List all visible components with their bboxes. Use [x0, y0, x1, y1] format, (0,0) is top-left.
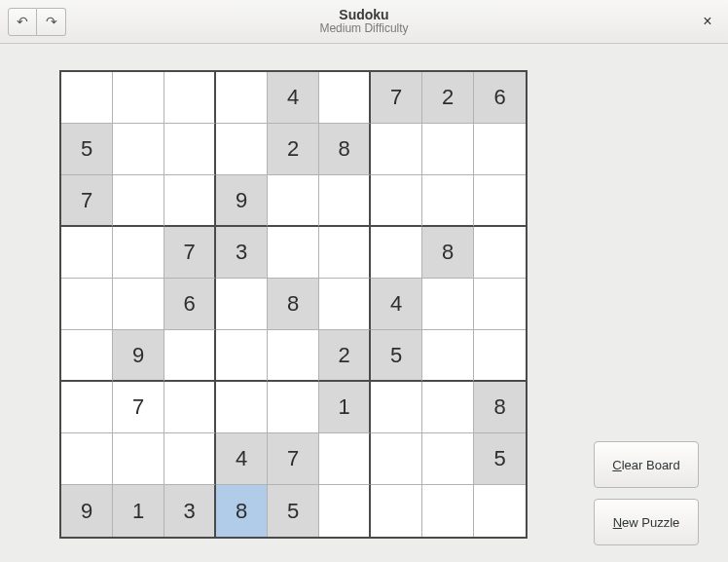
new-puzzle-button[interactable]: New Puzzle — [594, 499, 699, 545]
input-cell[interactable] — [113, 227, 164, 279]
clear-board-label: Clear Board — [612, 458, 679, 472]
input-cell[interactable] — [319, 175, 371, 227]
undo-icon: ↶ — [17, 14, 28, 29]
given-cell: 7 — [61, 175, 113, 227]
given-cell: 3 — [164, 485, 216, 537]
input-cell[interactable] — [371, 227, 422, 279]
input-cell[interactable] — [61, 227, 113, 279]
content-area: 47265287973868492571847591385 Clear Boar… — [0, 44, 728, 562]
input-cell[interactable] — [61, 330, 113, 382]
given-cell: 5 — [268, 485, 319, 537]
given-cell: 2 — [422, 72, 474, 124]
given-cell: 1 — [319, 382, 371, 433]
app-title: Sudoku — [0, 8, 728, 22]
input-cell[interactable] — [371, 382, 422, 433]
given-cell: 3 — [216, 227, 268, 279]
input-cell[interactable] — [164, 124, 216, 175]
input-cell[interactable] — [216, 382, 268, 433]
input-cell[interactable] — [216, 279, 268, 330]
given-cell: 5 — [371, 330, 422, 382]
input-cell[interactable] — [113, 279, 164, 330]
input-cell[interactable] — [216, 330, 268, 382]
given-cell: 9 — [216, 175, 268, 227]
input-cell[interactable] — [422, 382, 474, 433]
input-cell[interactable] — [371, 485, 422, 537]
new-puzzle-label: New Puzzle — [613, 515, 680, 530]
given-cell: 4 — [268, 72, 319, 124]
header-bar: ↶ ↷ Sudoku Medium Difficulty × — [0, 0, 728, 44]
given-cell: 5 — [61, 124, 113, 175]
input-cell[interactable] — [422, 485, 474, 537]
input-cell[interactable] — [61, 433, 113, 485]
undo-button[interactable]: ↶ — [8, 8, 37, 36]
input-cell[interactable] — [474, 279, 526, 330]
input-cell[interactable] — [61, 72, 113, 124]
given-cell: 7 — [164, 227, 216, 279]
input-cell[interactable] — [61, 382, 113, 433]
input-cell[interactable] — [319, 72, 371, 124]
input-cell[interactable] — [61, 279, 113, 330]
given-cell: 4 — [216, 433, 268, 485]
input-cell[interactable] — [113, 433, 164, 485]
given-cell: 8 — [319, 124, 371, 175]
input-cell[interactable] — [474, 124, 526, 175]
board-container: 47265287973868492571847591385 — [59, 70, 528, 539]
input-cell[interactable] — [371, 175, 422, 227]
given-cell: 2 — [319, 330, 371, 382]
input-cell[interactable] — [474, 227, 526, 279]
input-cell[interactable] — [113, 175, 164, 227]
input-cell[interactable] — [319, 279, 371, 330]
input-cell[interactable] — [164, 330, 216, 382]
given-cell: 7 — [268, 433, 319, 485]
given-cell: 8 — [268, 279, 319, 330]
input-cell[interactable] — [371, 433, 422, 485]
input-cell[interactable] — [422, 175, 474, 227]
redo-icon: ↷ — [46, 14, 57, 29]
input-cell[interactable] — [268, 330, 319, 382]
input-cell[interactable] — [164, 433, 216, 485]
input-cell[interactable] — [474, 485, 526, 537]
input-cell[interactable] — [216, 72, 268, 124]
input-cell[interactable] — [422, 330, 474, 382]
input-cell[interactable] — [216, 124, 268, 175]
given-cell: 7 — [371, 72, 422, 124]
given-cell: 8 — [422, 227, 474, 279]
redo-button[interactable]: ↷ — [37, 8, 66, 36]
given-cell: 9 — [113, 330, 164, 382]
input-cell[interactable] — [113, 124, 164, 175]
input-cell[interactable] — [422, 279, 474, 330]
input-cell[interactable] — [474, 175, 526, 227]
input-cell[interactable] — [268, 382, 319, 433]
given-cell: 2 — [268, 124, 319, 175]
input-cell[interactable] — [319, 227, 371, 279]
undo-redo-group: ↶ ↷ — [8, 8, 66, 36]
given-cell: 8 — [216, 485, 268, 537]
given-cell: 4 — [371, 279, 422, 330]
input-cell[interactable] — [113, 72, 164, 124]
input-cell[interactable] — [164, 382, 216, 433]
given-cell: 6 — [474, 72, 526, 124]
close-button[interactable]: × — [695, 9, 720, 34]
given-cell: 6 — [164, 279, 216, 330]
input-cell[interactable] — [319, 485, 371, 537]
input-cell[interactable] — [164, 72, 216, 124]
app-subtitle: Medium Difficulty — [0, 22, 728, 35]
header-title-block: Sudoku Medium Difficulty — [0, 8, 728, 36]
given-cell: 9 — [61, 485, 113, 537]
clear-board-button[interactable]: Clear Board — [594, 441, 699, 488]
input-cell[interactable] — [422, 433, 474, 485]
input-cell[interactable] — [268, 227, 319, 279]
sudoku-board: 47265287973868492571847591385 — [59, 70, 528, 539]
given-cell: 8 — [474, 382, 526, 433]
input-cell[interactable]: 7 — [113, 382, 164, 433]
input-cell[interactable] — [422, 124, 474, 175]
close-icon: × — [703, 13, 711, 30]
input-cell[interactable] — [268, 175, 319, 227]
input-cell[interactable] — [319, 433, 371, 485]
input-cell[interactable] — [371, 124, 422, 175]
given-cell: 5 — [474, 433, 526, 485]
side-buttons: Clear Board New Puzzle — [594, 441, 699, 545]
given-cell: 1 — [113, 485, 164, 537]
input-cell[interactable] — [474, 330, 526, 382]
input-cell[interactable] — [164, 175, 216, 227]
